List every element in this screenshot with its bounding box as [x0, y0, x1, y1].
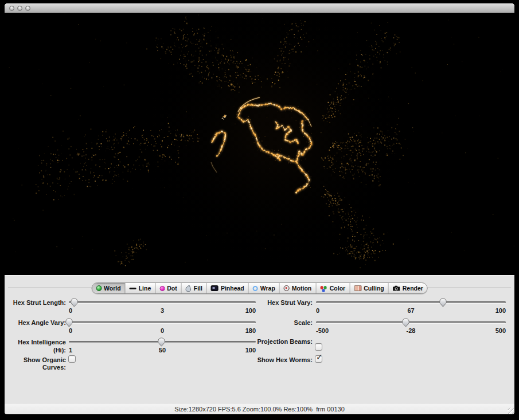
tab-line[interactable]: Line [125, 283, 155, 293]
projection-beams-checkbox[interactable]: ✓ [315, 343, 322, 351]
rgb-dots-icon [320, 286, 323, 289]
tab-world[interactable]: World [92, 283, 125, 293]
droplet-icon [186, 285, 192, 292]
slider-value: 50 [69, 347, 256, 354]
tab-label: Motion [292, 285, 311, 292]
ring-icon [253, 286, 258, 291]
scale-label: Scale: [234, 319, 313, 327]
visualization-canvas[interactable] [5, 13, 514, 275]
tab-label: Fill [194, 285, 202, 292]
tab-label: Line [139, 285, 151, 292]
control-panel: World Line Dot Fill Pinhead [5, 275, 514, 403]
tab-culling[interactable]: Culling [349, 283, 388, 293]
tab-bar: World Line Dot Fill Pinhead [91, 282, 428, 294]
tab-wrap[interactable]: Wrap [248, 283, 279, 293]
tab-label: Dot [167, 285, 177, 292]
globe-icon [96, 285, 102, 291]
tab-color[interactable]: Color [315, 283, 349, 293]
slider-max: 500 [495, 327, 506, 334]
camera-icon [393, 285, 400, 291]
status-text: Size:1280x720 FPS:5.6 Zoom:100.0% Res:10… [174, 406, 345, 413]
tab-fill[interactable]: Fill [181, 283, 206, 293]
minimize-button[interactable] [17, 6, 22, 11]
show-organic-curves-checkbox[interactable]: ✓ [68, 355, 76, 363]
tab-label: World [104, 285, 121, 292]
slider-track[interactable] [316, 301, 506, 303]
slider-thumb[interactable] [439, 298, 447, 307]
tab-label: Pinhead [221, 285, 244, 292]
scale-slider[interactable]: -500 -28 500 [316, 318, 506, 336]
dot-icon [159, 286, 165, 291]
target-icon [284, 285, 290, 291]
tab-motion[interactable]: Motion [279, 283, 315, 293]
tab-dot[interactable]: Dot [155, 283, 181, 293]
slider-value: 67 [316, 307, 506, 314]
tab-label: Render [403, 285, 423, 292]
slider-max: 100 [245, 347, 256, 354]
app-window: World Line Dot Fill Pinhead [5, 3, 514, 414]
tab-render[interactable]: Render [388, 283, 427, 293]
slider-thumb[interactable] [158, 337, 165, 347]
tab-label: Culling [364, 285, 384, 292]
resize-grip[interactable] [508, 407, 514, 414]
status-bar: Size:1280x720 FPS:5.6 Zoom:100.0% Res:10… [5, 403, 514, 414]
projection-beams-label: Projection Beams: [234, 338, 313, 346]
titlebar[interactable] [5, 3, 514, 13]
slider-track[interactable] [316, 321, 506, 323]
show-organic-curves-label: Show Organic Curves: [5, 356, 66, 371]
tab-pinhead[interactable]: Pinhead [206, 283, 248, 293]
hex-intelligence-label: Hex Intelligence (Hi): [5, 338, 66, 354]
viewport [5, 13, 514, 275]
slider-max: 100 [495, 307, 506, 314]
show-hex-worms-checkbox[interactable]: ✓ [315, 355, 322, 363]
hex-strut-vary-slider[interactable]: 0 67 100 [316, 298, 506, 316]
picture-icon [354, 285, 361, 291]
line-icon [130, 288, 136, 289]
hex-strut-vary-label: Hex Strut Vary: [234, 299, 313, 307]
show-hex-worms-label: Show Hex Worms: [234, 356, 313, 364]
close-button[interactable] [9, 6, 14, 11]
tab-label: Wrap [260, 285, 275, 292]
slider-thumb[interactable] [402, 318, 409, 327]
tab-label: Color [330, 285, 345, 292]
zoom-button[interactable] [25, 6, 30, 11]
slider-value: -28 [316, 327, 506, 334]
hex-intelligence-slider[interactable]: 1 50 100 [69, 337, 256, 356]
photo-icon [211, 285, 218, 291]
checkmark-icon: ✓ [316, 352, 323, 362]
